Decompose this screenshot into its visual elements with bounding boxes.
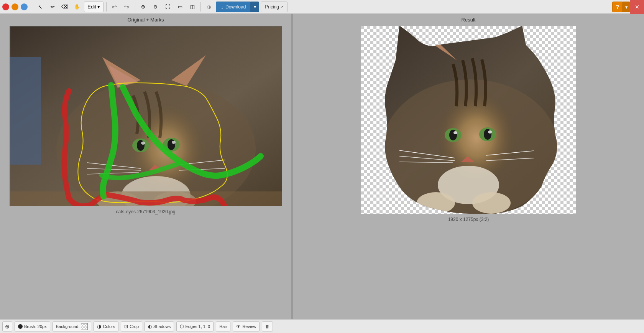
undo-btn[interactable]: ↩ [109,2,120,12]
crop-icon: ⊡ [124,324,128,329]
review-label: Review [242,324,256,329]
review-icon: 👁 [236,324,241,329]
trash-icon: 🗑 [265,324,269,329]
maximize-window-btn[interactable] [21,3,28,10]
hand-icon: ✋ [74,4,80,10]
edges-btn[interactable]: ⬡ Edges 1, 1, 0 [176,321,214,331]
edit-label: Edit [87,4,96,10]
cat-image-left [10,26,282,206]
help-caret-icon: ▾ [625,4,628,10]
download-btn-group: ↓ Download ▾ [216,2,259,12]
zoom-in-icon: ⊕ [141,4,145,10]
edit-dropdown-btn[interactable]: Edit ▾ [84,2,104,12]
fit-screen-btn[interactable]: ⛶ [163,2,173,12]
close-window-btn[interactable] [2,3,9,10]
cursor-icon: ↖ [38,4,43,10]
right-panel: Result [293,14,644,319]
result-image-container [361,26,576,214]
help-btn[interactable]: ? [612,2,623,12]
right-panel-title: Result [462,14,476,26]
filename-label: cats-eyes-2671903_1920.jpg [116,206,176,218]
zoom-out-btn[interactable]: ⊖ [150,2,161,12]
split-view-btn[interactable]: ◫ [187,2,198,12]
edit-caret-icon: ▾ [97,4,100,10]
background-sample-icon [81,323,88,330]
help-btn-group: ? ▾ [612,2,630,12]
help-label: ? [616,4,619,10]
rect-icon: ▭ [178,4,182,10]
bottom-toolbar: ⊕ Brush: 20px Background: ◑ Colors ⊡ Cro… [0,319,644,333]
fit-icon: ⛶ [165,4,170,10]
target-tool-btn[interactable]: ⊕ [2,321,12,331]
colors-btn[interactable]: ◑ Colors [94,321,118,331]
background-btn[interactable]: Background: [53,321,92,331]
download-caret-icon: ▾ [254,4,256,10]
zoom-in-btn[interactable]: ⊕ [138,2,149,12]
svg-rect-22 [10,191,282,206]
brush-label: Brush: 20px [24,324,47,329]
separator-4 [200,2,201,12]
pricing-btn[interactable]: Pricing ↗ [261,2,288,12]
shadows-btn[interactable]: ◐ Shadows [145,321,174,331]
separator-2 [106,2,107,12]
svg-point-9 [172,141,176,144]
view-toggle-btn[interactable]: ◑ [204,2,214,12]
hand-tool-btn[interactable]: ✋ [72,2,82,12]
shadows-icon: ◐ [148,324,152,329]
svg-point-8 [141,142,145,145]
download-btn[interactable]: ↓ Download [216,2,251,12]
redo-btn[interactable]: ↪ [122,2,132,12]
result-info-label: 1920 x 1275px (3:2) [448,214,489,225]
zoom-out-icon: ⊖ [153,4,158,10]
close-icon: × [635,3,639,11]
edges-label: Edges 1, 1, 0 [185,324,210,329]
left-panel: Original + Marks [0,14,291,319]
result-image [361,26,576,214]
download-caret-btn[interactable]: ▾ [251,2,259,12]
help-caret-btn[interactable]: ▾ [623,2,630,12]
undo-icon: ↩ [112,3,117,10]
cursor-tool-btn[interactable]: ↖ [35,2,46,12]
target-icon: ⊕ [5,323,10,330]
pen-icon: ✏ [51,4,55,10]
shadows-label: Shadows [153,324,171,329]
review-btn[interactable]: 👁 Review [233,321,260,331]
main-area: Original + Marks [0,14,644,319]
separator-1 [32,2,32,12]
crop-btn[interactable]: ⊡ Crop [121,321,142,331]
background-label: Background: [56,324,80,329]
svg-point-34 [453,131,457,134]
hair-label: Hair [219,324,227,329]
rect-btn[interactable]: ▭ [175,2,186,12]
download-label: Download [225,4,246,10]
download-arrow-icon: ↓ [221,4,223,10]
split-icon: ◫ [190,4,195,10]
edges-icon: ⬡ [180,324,184,329]
top-toolbar: ↖ ✏ ⌫ ✋ Edit ▾ ↩ ↪ ⊕ ⊖ ⛶ ▭ ◫ ◑ [0,0,644,14]
trash-btn[interactable]: 🗑 [262,321,273,331]
eraser-icon: ⌫ [61,4,68,10]
close-app-btn[interactable]: × [630,0,644,14]
separator-3 [135,2,135,12]
crop-label: Crop [130,324,139,329]
minimize-window-btn[interactable] [12,3,18,10]
brush-circle-icon [18,324,23,329]
svg-point-46 [472,192,511,214]
original-image-container[interactable] [10,26,282,206]
hair-btn[interactable]: Hair [216,321,230,331]
redo-icon: ↪ [124,3,129,10]
colors-label: Colors [103,324,115,329]
external-link-icon: ↗ [280,5,283,9]
eraser-tool-btn[interactable]: ⌫ [59,2,70,12]
left-panel-title: Original + Marks [0,14,291,26]
brush-size-btn[interactable]: Brush: 20px [15,321,50,331]
colors-icon: ◑ [97,323,101,329]
view-toggle-icon: ◑ [207,4,211,10]
svg-point-35 [488,130,492,134]
pricing-label: Pricing [265,4,279,10]
svg-rect-1 [10,57,41,165]
pen-tool-btn[interactable]: ✏ [47,2,58,12]
